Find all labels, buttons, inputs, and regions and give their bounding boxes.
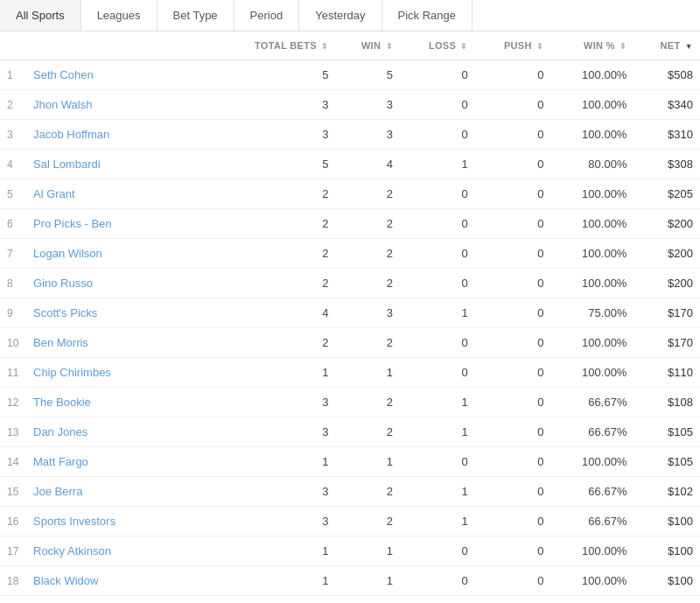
investor-link[interactable]: Dan Jones (33, 425, 88, 438)
investor-link[interactable]: Jacob Hoffman (33, 128, 109, 141)
table-row: 4Sal Lombardi541080.00%$308 (0, 150, 700, 179)
filter-btn-yesterday[interactable]: Yesterday (299, 0, 382, 31)
rank-cell: 12 (0, 388, 26, 417)
rank-cell: 15 (0, 477, 26, 507)
name-cell[interactable]: Dan Jones (26, 417, 212, 447)
name-cell[interactable]: Sports Investors (26, 507, 212, 536)
rank-cell: 14 (0, 447, 26, 477)
loss-cell: 0 (400, 536, 475, 566)
table-row: 16Sports Investors321066.67%$100 (0, 507, 700, 536)
win-pct-cell: 100.00% (550, 447, 634, 477)
win-pct-cell: 66.67% (550, 477, 634, 507)
filter-btn-period[interactable]: Period (234, 0, 300, 31)
win-pct-cell: 100.00% (550, 536, 634, 566)
rank-cell: 7 (0, 239, 26, 269)
investor-link[interactable]: Black Widow (33, 574, 98, 587)
rank-cell: 1 (0, 60, 26, 90)
push-cell: 0 (475, 179, 551, 209)
win-cell: 2 (336, 179, 400, 209)
net-cell: $308 (634, 150, 700, 179)
investor-link[interactable]: Scott's Picks (33, 306, 97, 319)
table-row: 3Jacob Hoffman3300100.00%$310 (0, 120, 700, 150)
investor-link[interactable]: Ben Morris (33, 336, 88, 349)
net-cell: $108 (634, 388, 700, 417)
investor-link[interactable]: Sports Investors (33, 515, 116, 528)
table-container: TOTAL BETS ⇕ WIN ⇕ LOSS ⇕ PUSH ⇕ WIN % ⇕… (0, 32, 700, 603)
filter-btn-leagues[interactable]: Leagues (81, 0, 158, 31)
win-pct-header[interactable]: WIN % ⇕ (550, 32, 634, 60)
push-cell: 0 (475, 269, 551, 298)
rank-cell: 17 (0, 536, 26, 566)
net-header[interactable]: NET ▼ (634, 32, 700, 60)
table-row: 19Kyle Hunter1100100.00%$100 (0, 596, 700, 604)
push-cell: 0 (475, 298, 551, 328)
investor-link[interactable]: Matt Fargo (33, 455, 88, 468)
loss-header[interactable]: LOSS ⇕ (400, 32, 475, 60)
investor-link[interactable]: Al Grant (33, 187, 75, 200)
win-pct-cell: 75.00% (550, 298, 634, 328)
investor-link[interactable]: Rocky Atkinson (33, 544, 111, 557)
net-cell: $105 (634, 447, 700, 477)
name-cell[interactable]: Jacob Hoffman (26, 120, 212, 150)
name-cell[interactable]: Rocky Atkinson (26, 536, 212, 566)
name-cell[interactable]: Chip Chirimbes (26, 358, 212, 388)
win-pct-cell: 100.00% (550, 120, 634, 150)
win-header[interactable]: WIN ⇕ (336, 32, 400, 60)
leaderboard-table: TOTAL BETS ⇕ WIN ⇕ LOSS ⇕ PUSH ⇕ WIN % ⇕… (0, 32, 700, 603)
name-cell[interactable]: Seth Cohen (26, 60, 212, 90)
investor-link[interactable]: Joe Berra (33, 485, 82, 498)
win-cell: 1 (336, 358, 400, 388)
table-row: 9Scott's Picks431075.00%$170 (0, 298, 700, 328)
loss-cell: 1 (400, 507, 475, 536)
name-cell[interactable]: Joe Berra (26, 477, 212, 507)
total-bets-cell: 3 (212, 90, 336, 120)
name-cell[interactable]: Gino Russo (26, 269, 212, 298)
investor-link[interactable]: Chip Chirimbes (33, 366, 111, 379)
total-bets-cell: 2 (212, 239, 336, 269)
win-sort-icon: ⇕ (386, 42, 393, 51)
investor-link[interactable]: Pro Picks - Ben (33, 217, 112, 230)
push-header[interactable]: PUSH ⇕ (475, 32, 551, 60)
win-cell: 5 (336, 60, 400, 90)
filter-btn-bet-type[interactable]: Bet Type (158, 0, 234, 31)
name-cell[interactable]: Logan Wilson (26, 239, 212, 269)
name-cell[interactable]: Sal Lombardi (26, 150, 212, 179)
name-cell[interactable]: Pro Picks - Ben (26, 209, 212, 239)
name-cell[interactable]: Scott's Picks (26, 298, 212, 328)
investor-link[interactable]: Sal Lombardi (33, 158, 101, 171)
name-cell[interactable]: The Bookie (26, 388, 212, 417)
loss-sort-icon: ⇕ (460, 42, 467, 51)
total-bets-header[interactable]: TOTAL BETS ⇕ (212, 32, 336, 60)
table-row: 5Al Grant2200100.00%$205 (0, 179, 700, 209)
investor-link[interactable]: Logan Wilson (33, 247, 102, 260)
filter-btn-pick-range[interactable]: Pick Range (382, 0, 472, 31)
loss-cell: 0 (400, 90, 475, 120)
win-pct-sort-icon: ⇕ (620, 42, 626, 51)
name-cell[interactable]: Matt Fargo (26, 447, 212, 477)
investor-link[interactable]: Seth Cohen (33, 68, 94, 81)
net-cell: $105 (634, 417, 700, 447)
name-cell[interactable]: Jhon Walsh (26, 90, 212, 120)
total-bets-cell: 4 (212, 298, 336, 328)
total-bets-cell: 1 (212, 566, 336, 596)
investor-link[interactable]: Jhon Walsh (33, 98, 92, 111)
loss-cell: 0 (400, 566, 475, 596)
net-cell: $200 (634, 239, 700, 269)
filter-btn-all-sports[interactable]: All Sports (0, 0, 81, 31)
push-cell: 0 (475, 90, 551, 120)
table-row: 17Rocky Atkinson1100100.00%$100 (0, 536, 700, 566)
win-cell: 4 (336, 150, 400, 179)
win-pct-cell: 100.00% (550, 596, 634, 604)
name-cell[interactable]: Kyle Hunter (26, 596, 212, 604)
investor-link[interactable]: The Bookie (33, 396, 91, 409)
total-bets-cell: 5 (212, 60, 336, 90)
win-cell: 2 (336, 209, 400, 239)
win-cell: 1 (336, 596, 400, 604)
name-cell[interactable]: Al Grant (26, 179, 212, 209)
win-pct-cell: 80.00% (550, 150, 634, 179)
table-row: 8Gino Russo2200100.00%$200 (0, 269, 700, 298)
name-cell[interactable]: Ben Morris (26, 328, 212, 358)
loss-cell: 1 (400, 388, 475, 417)
investor-link[interactable]: Gino Russo (33, 277, 93, 290)
name-cell[interactable]: Black Widow (26, 566, 212, 596)
